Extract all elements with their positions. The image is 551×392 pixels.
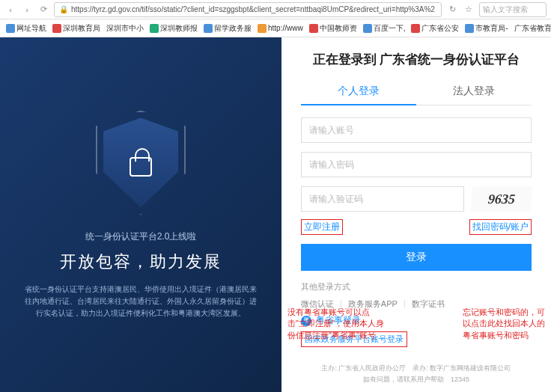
login-title: 正在登录到 广东省统一身份认证平台 bbox=[301, 51, 532, 68]
bookmark-icon bbox=[363, 24, 372, 33]
captcha-image[interactable]: 9635 bbox=[471, 186, 533, 212]
password-input[interactable] bbox=[301, 152, 532, 177]
hero-subtitle: 统一身份认证平台2.0上线啦 bbox=[85, 230, 197, 243]
footer-line2: 如有问题，请联系用户帮助 12345 bbox=[301, 374, 532, 385]
bookmark-icon bbox=[6, 24, 15, 33]
bookmark-item[interactable]: 百度一下, bbox=[363, 23, 406, 34]
lock-icon: 🔒 bbox=[59, 5, 68, 13]
bookmark-item[interactable]: 留学政务服 bbox=[204, 23, 252, 34]
bookmark-item[interactable]: 深圳教育局 bbox=[52, 23, 100, 34]
bookmark-item[interactable]: http://www bbox=[258, 24, 303, 33]
bookmark-item[interactable]: 广东省公安 bbox=[411, 23, 459, 34]
yss-icon: 粤 bbox=[301, 316, 311, 326]
hero-panel: 统一身份认证平台2.0上线啦 开放包容，助力发展 省统一身份认证平台支持港澳居民… bbox=[0, 37, 281, 392]
bookmark-icon bbox=[465, 24, 474, 33]
bookmark-icon bbox=[204, 24, 213, 33]
refresh-icon[interactable]: ↻ bbox=[446, 4, 458, 16]
account-input[interactable] bbox=[301, 117, 532, 143]
bookmark-item[interactable]: 中国教师资 bbox=[309, 23, 357, 34]
bookmark-item[interactable]: 网址导航 bbox=[6, 23, 46, 34]
login-tabs: 个人登录 法人登录 bbox=[301, 79, 532, 105]
captcha-input[interactable] bbox=[301, 186, 464, 212]
tab-legal[interactable]: 法人登录 bbox=[416, 79, 532, 105]
footer-line1: 主办: 广东省人民政府办公厅 承办: 数字广东网络建设有限公司 bbox=[301, 363, 532, 373]
bookmark-icon bbox=[150, 24, 159, 33]
back-button[interactable]: ‹ bbox=[4, 4, 16, 16]
main-content: 统一身份认证平台2.0上线啦 开放包容，助力发展 省统一身份认证平台支持港澳居民… bbox=[0, 37, 551, 392]
bookmark-item[interactable]: 广东省教育 bbox=[514, 23, 551, 34]
login-panel: 正在登录到 广东省统一身份认证平台 个人登录 法人登录 9635 立即注册 找回… bbox=[281, 37, 551, 392]
forward-button[interactable]: › bbox=[21, 4, 33, 16]
other-login-app[interactable]: 政务服务APP bbox=[348, 298, 398, 310]
bookmark-icon bbox=[52, 24, 61, 33]
other-login-row: 微信认证| 政务服务APP| 数字证书 bbox=[301, 298, 532, 310]
register-link[interactable]: 立即注册 bbox=[301, 219, 343, 235]
tab-personal[interactable]: 个人登录 bbox=[301, 79, 416, 105]
recover-link[interactable]: 找回密码/账户 bbox=[469, 219, 532, 235]
url-text: https://tyrz.gd.gov.cn/tif/sso/static/?c… bbox=[71, 5, 435, 13]
bookmark-icon bbox=[411, 24, 420, 33]
bookmarks-bar: 网址导航 深圳教育局 深圳市中小 深圳教师报 留学政务服 http://www … bbox=[0, 19, 551, 37]
bookmark-item[interactable]: 深圳市中小 bbox=[106, 23, 144, 34]
reload-button[interactable]: ⟳ bbox=[37, 4, 49, 16]
other-login-cert[interactable]: 数字证书 bbox=[412, 298, 445, 310]
hero-description: 省统一身份认证平台支持港澳居民、华侨使用出入境证件（港澳居民来往内地通行证、台湾… bbox=[0, 284, 281, 319]
footer: 主办: 广东省人民政府办公厅 承办: 数字广东网络建设有限公司 如有问题，请联系… bbox=[301, 363, 532, 385]
browser-toolbar: ‹ › ⟳ 🔒 https://tyrz.gd.gov.cn/tif/sso/s… bbox=[0, 0, 551, 19]
address-bar[interactable]: 🔒 https://tyrz.gd.gov.cn/tif/sso/static/… bbox=[54, 2, 442, 17]
bookmark-icon bbox=[309, 24, 318, 33]
bookmark-item[interactable]: 市教育局- bbox=[465, 23, 508, 34]
national-platform-link[interactable]: 国家政务服务平台账号登录 bbox=[301, 331, 407, 347]
bookmark-item[interactable]: 深圳教师报 bbox=[150, 23, 198, 34]
other-login-label: 其他登录方式 bbox=[301, 281, 532, 293]
login-button[interactable]: 登录 bbox=[301, 244, 532, 271]
bookmark-icon bbox=[258, 24, 267, 33]
search-box[interactable]: 输入文字搜索 bbox=[479, 2, 547, 17]
hero-title: 开放包容，助力发展 bbox=[60, 251, 222, 273]
other-login-wechat[interactable]: 微信认证 bbox=[301, 298, 334, 310]
shield-graphic bbox=[96, 111, 186, 215]
lock-icon bbox=[130, 157, 152, 177]
yss-login-link[interactable]: 粤省事登录 bbox=[316, 314, 361, 327]
favorite-icon[interactable]: ☆ bbox=[463, 4, 475, 16]
